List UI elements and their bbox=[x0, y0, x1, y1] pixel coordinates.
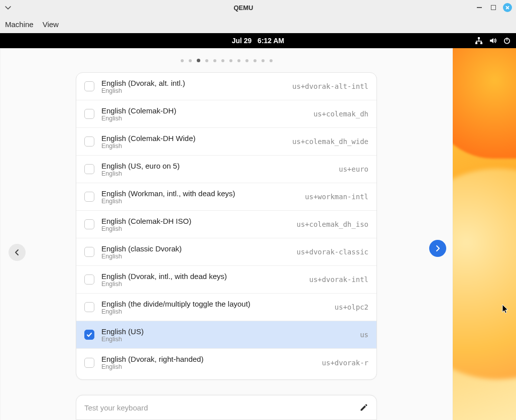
layout-checkbox[interactable] bbox=[84, 302, 94, 312]
keyboard-layout-row[interactable]: English (Dvorak, right-handed)Englishus+… bbox=[76, 349, 376, 376]
window-titlebar: QEMU bbox=[0, 0, 516, 15]
layout-subtitle: English bbox=[101, 336, 353, 343]
layout-code: us bbox=[360, 331, 368, 339]
page-dot[interactable] bbox=[213, 59, 216, 62]
keyboard-layout-row[interactable]: English (Colemak-DH)Englishus+colemak_dh bbox=[76, 100, 376, 128]
gnome-top-bar: Jul 29 6:12 AM bbox=[0, 33, 516, 48]
menu-bar: Machine View bbox=[0, 15, 516, 33]
menu-machine[interactable]: Machine bbox=[5, 20, 34, 29]
layout-subtitle: English bbox=[101, 281, 302, 288]
test-keyboard-bar bbox=[76, 395, 377, 420]
window-close-button[interactable] bbox=[503, 3, 512, 12]
layout-checkbox[interactable] bbox=[84, 136, 94, 147]
keyboard-layout-row[interactable]: English (US)Englishus bbox=[76, 321, 376, 349]
layout-title: English (classic Dvorak) bbox=[101, 244, 290, 253]
layout-code: us+olpc2 bbox=[335, 303, 368, 311]
layout-code: us+colemak_dh_wide bbox=[292, 137, 368, 146]
topbar-time: 6:12 AM bbox=[257, 37, 284, 45]
window-minimize-button[interactable] bbox=[475, 3, 484, 12]
page-dot[interactable] bbox=[262, 59, 265, 62]
page-dot[interactable] bbox=[253, 59, 256, 62]
layout-checkbox[interactable] bbox=[84, 109, 94, 119]
network-icon[interactable] bbox=[475, 37, 483, 45]
layout-subtitle: English bbox=[101, 170, 332, 177]
page-dot[interactable] bbox=[270, 59, 273, 62]
layout-code: us+dvorak-classic bbox=[297, 248, 368, 256]
svg-rect-2 bbox=[480, 42, 482, 44]
keyboard-layout-row[interactable]: English (Colemak-DH ISO)Englishus+colema… bbox=[76, 211, 376, 238]
previous-page-button[interactable] bbox=[9, 244, 26, 261]
power-icon[interactable] bbox=[503, 37, 511, 45]
layout-checkbox[interactable] bbox=[84, 81, 94, 91]
test-keyboard-input[interactable] bbox=[84, 403, 353, 412]
page-dot[interactable] bbox=[205, 59, 208, 62]
desktop-wallpaper bbox=[453, 48, 516, 420]
layout-code: us+colemak_dh_iso bbox=[297, 220, 368, 228]
keyboard-layout-row[interactable]: English (Colemak-DH Wide)Englishus+colem… bbox=[76, 128, 376, 156]
page-dot[interactable] bbox=[189, 59, 192, 62]
layout-subtitle: English bbox=[101, 225, 290, 232]
layout-subtitle: English bbox=[101, 308, 328, 315]
layout-title: English (Workman, intl., with dead keys) bbox=[101, 189, 298, 198]
volume-icon[interactable] bbox=[489, 37, 497, 45]
edit-icon bbox=[359, 403, 368, 412]
layout-subtitle: English bbox=[101, 115, 306, 122]
qemu-window: QEMU Machine View Jul 29 6:12 AM bbox=[0, 0, 516, 420]
layout-checkbox[interactable] bbox=[84, 219, 94, 229]
next-page-button[interactable] bbox=[429, 240, 446, 257]
layout-code: us+dvorak-alt-intl bbox=[292, 82, 368, 90]
layout-subtitle: English bbox=[101, 198, 298, 205]
page-indicator bbox=[1, 48, 452, 72]
page-dot[interactable] bbox=[245, 59, 248, 62]
svg-rect-1 bbox=[475, 42, 477, 44]
layout-code: us+workman-intl bbox=[305, 193, 368, 201]
layout-code: us+dvorak-r bbox=[322, 359, 368, 367]
layout-checkbox[interactable] bbox=[84, 247, 94, 257]
layout-checkbox[interactable] bbox=[84, 358, 94, 368]
layout-code: us+euro bbox=[339, 165, 368, 173]
layout-title: English (Colemak-DH ISO) bbox=[101, 217, 290, 225]
layout-subtitle: English bbox=[101, 253, 290, 260]
layout-title: English (US) bbox=[101, 327, 353, 336]
layout-subtitle: English bbox=[101, 143, 285, 150]
keyboard-layout-row[interactable]: English (classic Dvorak)Englishus+dvorak… bbox=[76, 238, 376, 266]
layout-title: English (Colemak-DH Wide) bbox=[101, 134, 285, 143]
layout-subtitle: English bbox=[101, 87, 285, 94]
layout-checkbox[interactable] bbox=[84, 192, 94, 202]
keyboard-layout-list: English (Dvorak, alt. intl.)Englishus+dv… bbox=[76, 72, 377, 380]
layout-checkbox[interactable] bbox=[84, 330, 94, 340]
keyboard-layout-row[interactable]: English (the divide/multiply toggle the … bbox=[76, 294, 376, 321]
layout-title: English (Dvorak, right-handed) bbox=[101, 355, 315, 363]
keyboard-layout-row[interactable]: English (Dvorak, alt. intl.)Englishus+dv… bbox=[76, 73, 376, 100]
layout-checkbox[interactable] bbox=[84, 274, 94, 285]
window-maximize-button[interactable] bbox=[489, 3, 498, 12]
page-dot[interactable] bbox=[221, 59, 224, 62]
keyboard-layout-row[interactable]: English (Workman, intl., with dead keys)… bbox=[76, 183, 376, 211]
page-dot[interactable] bbox=[237, 59, 240, 62]
layout-code: us+dvorak-intl bbox=[309, 275, 368, 284]
menu-view[interactable]: View bbox=[43, 20, 59, 29]
page-dot[interactable] bbox=[197, 59, 200, 62]
layout-title: English (Colemak-DH) bbox=[101, 106, 306, 115]
svg-rect-0 bbox=[478, 37, 480, 39]
page-dot[interactable] bbox=[181, 59, 184, 62]
app-menu-icon[interactable] bbox=[4, 4, 12, 12]
layout-title: English (the divide/multiply toggle the … bbox=[101, 300, 328, 308]
topbar-date: Jul 29 bbox=[232, 37, 252, 45]
layout-subtitle: English bbox=[101, 363, 315, 370]
keyboard-layout-row[interactable]: English (US, euro on 5)Englishus+euro bbox=[76, 156, 376, 183]
window-title: QEMU bbox=[234, 4, 253, 12]
layout-checkbox[interactable] bbox=[84, 164, 94, 174]
guest-display: Jul 29 6:12 AM English (Dvorak, alt. int… bbox=[0, 33, 516, 420]
keyboard-layout-row[interactable]: English (Dvorak, intl., with dead keys)E… bbox=[76, 266, 376, 294]
layout-title: English (Dvorak, alt. intl.) bbox=[101, 79, 285, 87]
initial-setup-window: English (Dvorak, alt. intl.)Englishus+dv… bbox=[1, 48, 452, 420]
layout-title: English (US, euro on 5) bbox=[101, 162, 332, 170]
page-dot[interactable] bbox=[229, 59, 232, 62]
layout-title: English (Dvorak, intl., with dead keys) bbox=[101, 272, 302, 281]
layout-code: us+colemak_dh bbox=[313, 110, 368, 118]
